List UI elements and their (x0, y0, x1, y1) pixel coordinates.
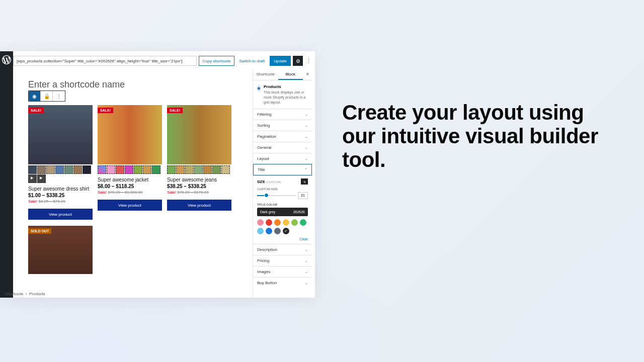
thumbnail[interactable] (152, 165, 160, 174)
product-card: SALE!Super awesome jeans$38.25 – $338.25… (167, 105, 231, 220)
product-price: $8.00 – $118.25 (98, 184, 162, 189)
close-sidebar-button[interactable]: ✕ (303, 69, 312, 80)
view-product-button[interactable]: View product (167, 200, 231, 211)
color-swatch[interactable] (283, 219, 289, 226)
thumbnail[interactable] (116, 165, 124, 174)
thumbnail[interactable] (55, 165, 64, 174)
shortcode-name-placeholder[interactable]: Enter a shortcode name (28, 79, 236, 90)
panel-pricing[interactable]: Pricing⌄ (253, 255, 312, 266)
size-value-input[interactable]: 21 (298, 192, 308, 199)
view-product-button[interactable]: View product (98, 200, 162, 211)
thumbnail[interactable] (98, 165, 106, 174)
thumbnail[interactable] (37, 165, 46, 174)
tab-block[interactable]: Block (278, 69, 303, 80)
settings-button[interactable]: ⚙ (293, 56, 303, 66)
kebab-icon: ⋮ (306, 58, 311, 64)
product-price: $38.25 – $338.25 (167, 184, 231, 189)
editor-window: Copy shortcode Switch to draft Update ⚙ … (0, 51, 315, 298)
panel-sorting[interactable]: Sorting⌄ (253, 120, 312, 131)
thumbnail[interactable] (107, 165, 115, 174)
chevron-up-icon: ⌃ (304, 168, 307, 172)
more-menu-button[interactable]: ⋮ (305, 56, 312, 66)
block-toolbar[interactable]: ◉ 🔒 ⋮ (28, 90, 65, 102)
thumbnail[interactable] (125, 165, 133, 174)
gear-icon: ⚙ (296, 58, 300, 64)
product-image[interactable]: SALE! (167, 105, 231, 164)
block-type-icon[interactable]: ◉ (29, 91, 41, 101)
thumbnail[interactable] (194, 165, 203, 174)
panel-general[interactable]: General⌄ (253, 142, 312, 153)
thumbnail[interactable] (212, 165, 221, 174)
thumbnail[interactable] (28, 174, 37, 183)
color-swatch[interactable] (266, 219, 272, 226)
thumbnail[interactable] (134, 165, 142, 174)
color-swatch[interactable] (300, 219, 306, 226)
color-swatch[interactable] (274, 228, 281, 234)
chevron-down-icon: ⌄ (305, 135, 308, 139)
thumbnail[interactable] (37, 174, 46, 183)
product-title: Super awesome jeans (167, 177, 231, 183)
product-image[interactable]: SOLD OUT (28, 226, 93, 274)
panel-filtering[interactable]: Filtering⌄ (253, 109, 312, 120)
panel-buy-button[interactable]: Buy Button⌄ (253, 277, 312, 288)
color-swatch[interactable] (274, 219, 281, 226)
panel-description[interactable]: Description⌄ (253, 244, 312, 255)
update-button[interactable]: Update (270, 56, 291, 66)
chevron-down-icon: ⌄ (305, 146, 308, 150)
slider-thumb[interactable] (264, 193, 269, 198)
block-description: This block displays one or more Shopify … (264, 90, 308, 105)
chevron-down-icon: ⌄ (305, 259, 308, 263)
tab-shortcode[interactable]: Shortcode (253, 69, 278, 80)
panel-title[interactable]: Title⌃ (253, 164, 312, 175)
panel-pagination[interactable]: Pagination⌄ (253, 131, 312, 142)
product-sale-text: Sale! $70.20 – $170.20 (167, 190, 231, 195)
thumbnail-row (28, 165, 93, 183)
block-more-icon[interactable]: ⋮ (53, 91, 65, 101)
color-swatch[interactable] (257, 228, 264, 234)
chevron-down-icon: ⌄ (305, 281, 308, 285)
lock-icon[interactable]: 🔒 (41, 91, 53, 101)
title-color-label: TITLE COLOR (257, 203, 308, 206)
thumbnail-row (167, 165, 231, 174)
view-product-button[interactable]: View product (28, 209, 93, 220)
sale-badge: SALE! (28, 108, 44, 113)
thumbnail[interactable] (73, 165, 82, 174)
thumbnail[interactable] (185, 165, 194, 174)
chevron-down-icon: ⌄ (305, 270, 308, 274)
thumbnail[interactable] (28, 165, 37, 174)
thumbnail[interactable] (64, 165, 73, 174)
thumbnail[interactable] (203, 165, 212, 174)
switch-draft-button[interactable]: Switch to draft (236, 56, 268, 66)
thumbnail[interactable] (83, 165, 91, 174)
custom-size-label: CUSTOM SIZE (257, 188, 308, 191)
thumbnail-row (98, 165, 162, 174)
thumbnail[interactable] (176, 165, 185, 174)
thumbnail[interactable] (143, 165, 151, 174)
shortcode-input[interactable] (13, 56, 197, 66)
color-swatch[interactable] (291, 219, 298, 226)
copy-shortcode-button[interactable]: Copy shortcode (199, 56, 234, 66)
selected-color[interactable]: Dark grey262626 (257, 208, 308, 216)
color-swatch[interactable] (257, 219, 264, 226)
color-swatch[interactable] (283, 228, 289, 234)
product-sale-text: Sale! $8.25 – $70.20 (28, 199, 93, 204)
panel-images[interactable]: Images⌄ (253, 266, 312, 277)
sale-badge: SALE! (98, 108, 113, 113)
marketing-heading: Create your layout using our intuitive v… (342, 101, 619, 171)
product-image[interactable]: SALE! (28, 105, 93, 164)
product-card: SOLD OUT (28, 226, 93, 274)
panel-layout[interactable]: Layout⌄ (253, 153, 312, 164)
size-slider[interactable] (257, 195, 296, 196)
thumbnail[interactable] (221, 165, 230, 174)
breadcrumb[interactable]: Shortcode › Products (5, 290, 45, 298)
settings-sidebar: Shortcode Block ✕ ◉ Products This block … (253, 69, 312, 298)
clear-color-link[interactable]: Clear (257, 237, 308, 241)
close-icon: ✕ (306, 72, 309, 76)
thumbnail[interactable] (46, 165, 55, 174)
unit-toggle-button[interactable]: ⇅ (301, 178, 308, 185)
editor-toolbar: Copy shortcode Switch to draft Update ⚙ … (13, 55, 312, 66)
product-card: SALE!Super awesome dress shirt$1.00 – $3… (28, 105, 93, 220)
color-swatch[interactable] (266, 228, 272, 234)
product-image[interactable]: SALE! (98, 105, 162, 164)
thumbnail[interactable] (167, 165, 176, 174)
